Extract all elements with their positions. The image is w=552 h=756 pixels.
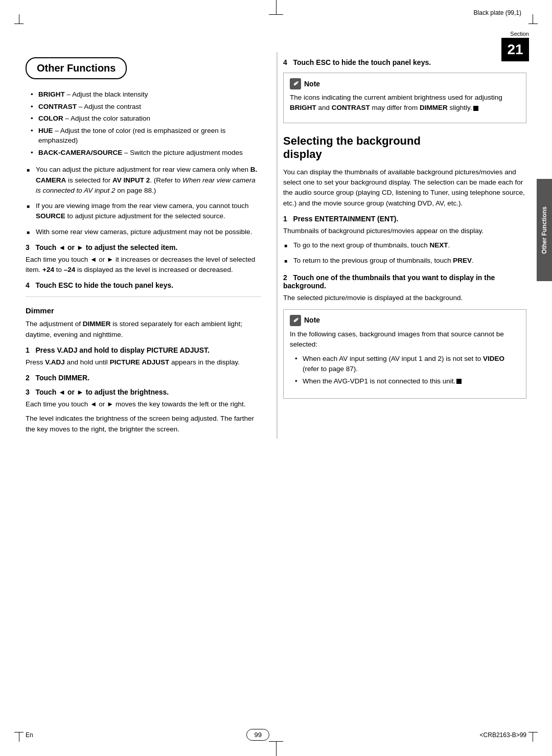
term-back-camera: BACK-CAMERA/SOURCE [38, 149, 122, 156]
bg-block1: To go to the next group of thumbnails, t… [283, 240, 526, 250]
main-content: Other Functions BRIGHT – Adjust the blac… [0, 52, 552, 439]
note-text-1: The icons indicating the current ambient… [290, 93, 520, 113]
divider-1 [26, 296, 261, 297]
bg-step1-text: Thumbnails of background pictures/movies… [283, 226, 526, 236]
page-number-badge: 99 [246, 729, 269, 741]
bg-block2: To return to the previous group of thumb… [283, 256, 526, 266]
vertical-sidebar-text: Other Functions [541, 207, 548, 254]
note-header-2: ✐ Note [290, 315, 520, 326]
section-number: 21 [501, 38, 529, 61]
term-bright: BRIGHT [38, 90, 65, 98]
section-badge: Section 21 [501, 31, 529, 61]
page: Black plate (99,1) Section 21 Other Func… [0, 0, 552, 756]
list-item: CONTRAST – Adjust the contrast [31, 102, 261, 112]
note-icon-2: ✐ [290, 315, 301, 326]
step3-heading: 3 Touch ◄ or ► to adjust the selected it… [26, 243, 261, 251]
chapter-title: Other Functions [26, 57, 127, 79]
note2-list-item-2: When the AVG-VDP1 is not connected to th… [295, 376, 520, 386]
block-para-2: If you are viewing image from the rear v… [26, 201, 261, 222]
dimmer-step3-heading: 3 Touch ◄ or ► to adjust the brightness. [26, 388, 261, 396]
step4-left-heading: 4 Touch ESC to hide the touch panel keys… [26, 281, 261, 289]
note-label-2: Note [304, 315, 320, 326]
list-item: HUE – Adjust the tone of color (red is e… [31, 126, 261, 146]
list-item: COLOR – Adjust the color saturation [31, 113, 261, 124]
corner-mark-tr [528, 14, 538, 24]
footer: En 99 <CRB2163-B>99 [0, 729, 552, 741]
section2-title-line1: Selecting the background [283, 134, 526, 148]
note2-list-item-1: When each AV input setting (AV input 1 a… [295, 354, 520, 374]
note-box-1: ✐ Note The icons indicating the current … [283, 73, 526, 123]
bullet-list: BRIGHT – Adjust the black intensity CONT… [26, 89, 261, 157]
term-hue: HUE [38, 127, 53, 134]
section2-heading: Selecting the background display [283, 134, 526, 161]
vertical-sidebar: Other Functions [537, 179, 552, 281]
note-icon-1: ✐ [290, 78, 301, 89]
step4-right-heading: 4 Touch ESC to hide the touch panel keys… [283, 58, 526, 66]
list-item: BACK-CAMERA/SOURCE – Switch the picture … [31, 148, 261, 158]
bg-step1-heading: 1 Press ENTERTAINMENT (ENT). [283, 215, 526, 223]
dimmer-heading: Dimmer [26, 306, 261, 315]
step3-text: Each time you touch ◄ or ► it increases … [26, 255, 261, 276]
right-column: 4 Touch ESC to hide the touch panel keys… [276, 52, 526, 439]
bg-step2-text: The selected picture/movie is displayed … [283, 293, 526, 303]
block-para-3: With some rear view cameras, picture adj… [26, 227, 261, 237]
dimmer-step1-heading: 1 Press V.ADJ and hold to display PICTUR… [26, 346, 261, 354]
dimmer-step3-text1: Each time you touch ◄ or ► moves the key… [26, 399, 261, 409]
end-square-2 [456, 379, 462, 384]
note2-bullet-list: When each AV input setting (AV input 1 a… [290, 354, 520, 386]
note2-intro: In the following cases, background image… [290, 329, 520, 350]
footer-code: <CRB2163-B>99 [480, 731, 526, 739]
list-item: BRIGHT – Adjust the black intensity [31, 89, 261, 100]
bottom-crosshair [269, 741, 283, 756]
end-square-1 [473, 106, 478, 111]
section2-intro: You can display the thumbnails of availa… [283, 167, 526, 209]
dimmer-step2-heading: 2 Touch DIMMER. [26, 374, 261, 382]
term-contrast: CONTRAST [38, 103, 77, 110]
left-column: Other Functions BRIGHT – Adjust the blac… [26, 52, 276, 439]
dimmer-step1-text: Press V.ADJ and hold until PICTURE ADJUS… [26, 357, 261, 368]
term-color: COLOR [38, 114, 63, 122]
dimmer-step3-text2: The level indicates the brightness of th… [26, 414, 261, 434]
note-header-1: ✐ Note [290, 78, 520, 89]
note-label-1: Note [304, 79, 320, 89]
block-para-1: You can adjust the picture adjustment fo… [26, 165, 261, 196]
footer-lang: En [26, 731, 33, 739]
note-box-2: ✐ Note In the following cases, backgroun… [283, 309, 526, 399]
corner-mark-tl [14, 14, 24, 24]
top-crosshair [269, 0, 283, 15]
section-label: Section [510, 31, 529, 37]
bg-step2-heading: 2 Touch one of the thumbnails that you w… [283, 273, 526, 290]
section2-title-line2: display [283, 148, 526, 161]
black-plate-text: Black plate (99,1) [474, 9, 521, 16]
dimmer-intro: The adjustment of DIMMER is stored separ… [26, 319, 261, 340]
